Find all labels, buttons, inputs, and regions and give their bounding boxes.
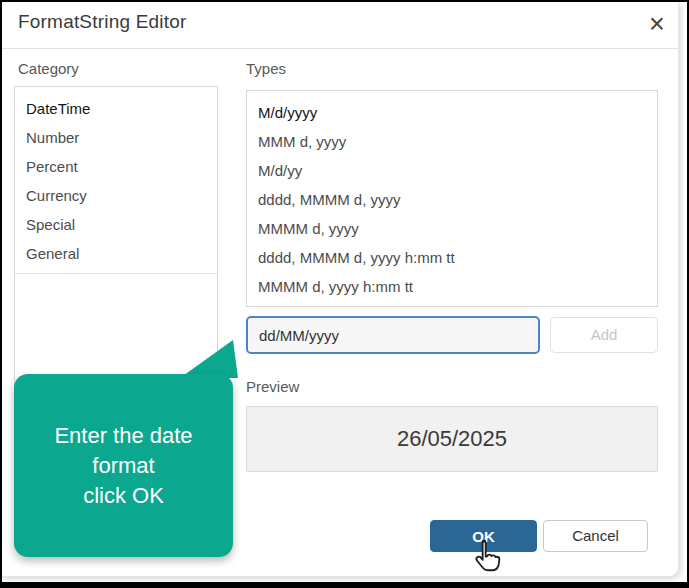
close-icon[interactable]: ×: [640, 4, 674, 44]
type-item-4[interactable]: MMMM d, yyyy: [247, 214, 657, 243]
category-item-number[interactable]: Number: [15, 123, 217, 152]
preview-box: 26/05/2025: [246, 406, 658, 472]
callout-tail: [180, 338, 238, 378]
preview-value: 26/05/2025: [397, 426, 507, 451]
formatstring-editor-dialog: FormatString Editor × Category DateTime …: [2, 2, 679, 577]
category-item-general[interactable]: General: [15, 239, 217, 268]
title-divider: [2, 48, 679, 49]
type-item-1[interactable]: MMM d, yyyy: [247, 127, 657, 156]
add-button[interactable]: Add: [550, 317, 658, 353]
screenshot-frame: FormatString Editor × Category DateTime …: [0, 0, 689, 588]
type-item-6[interactable]: MMMM d, yyyy h:mm tt: [247, 272, 657, 301]
dialog-title: FormatString Editor: [18, 11, 187, 33]
category-item-special[interactable]: Special: [15, 210, 217, 239]
category-item-percent[interactable]: Percent: [15, 152, 217, 181]
callout-text-line: format: [92, 451, 154, 481]
types-listbox: M/d/yyyy MMM d, yyyy M/d/yy dddd, MMMM d…: [246, 90, 658, 307]
format-input[interactable]: [246, 316, 540, 354]
category-label: Category: [18, 60, 79, 77]
type-item-5[interactable]: dddd, MMMM d, yyyy h:mm tt: [247, 243, 657, 272]
callout-text-line: click OK: [83, 481, 164, 511]
category-items-group: DateTime Number Percent Currency Special…: [15, 87, 217, 274]
type-item-3[interactable]: dddd, MMMM d, yyyy: [247, 185, 657, 214]
type-item-2[interactable]: M/d/yy: [247, 156, 657, 185]
ok-button[interactable]: OK: [430, 520, 537, 552]
callout-text-line: Enter the date: [54, 421, 192, 451]
types-label: Types: [246, 60, 286, 77]
cancel-button[interactable]: Cancel: [543, 520, 648, 552]
category-item-datetime[interactable]: DateTime: [15, 94, 217, 123]
callout-bubble: Enter the date format click OK: [14, 374, 233, 557]
type-item-0[interactable]: M/d/yyyy: [247, 98, 657, 127]
preview-label: Preview: [246, 378, 299, 395]
category-item-currency[interactable]: Currency: [15, 181, 217, 210]
